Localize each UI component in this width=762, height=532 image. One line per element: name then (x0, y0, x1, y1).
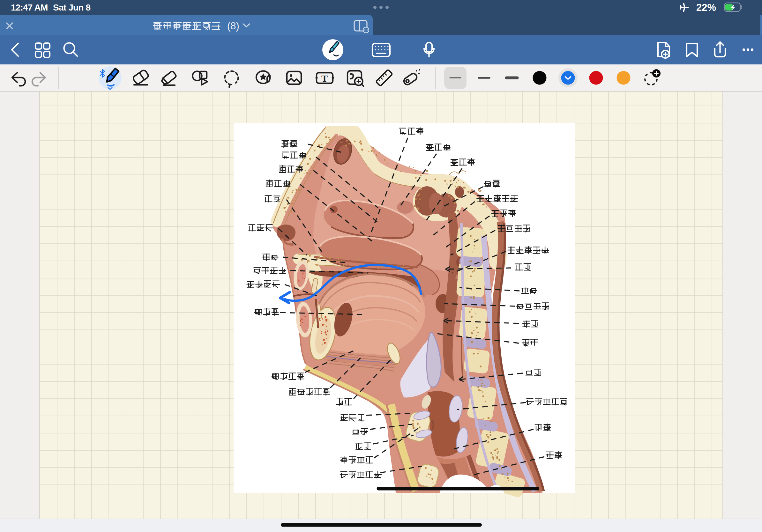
svg-text:22%: 22% (696, 2, 716, 13)
svg-text:(8): (8) (227, 21, 239, 32)
svg-text:T: T (321, 73, 328, 84)
svg-text:12:47 AM: 12:47 AM (11, 3, 48, 13)
svg-text:Sat Jun 8: Sat Jun 8 (53, 3, 91, 13)
